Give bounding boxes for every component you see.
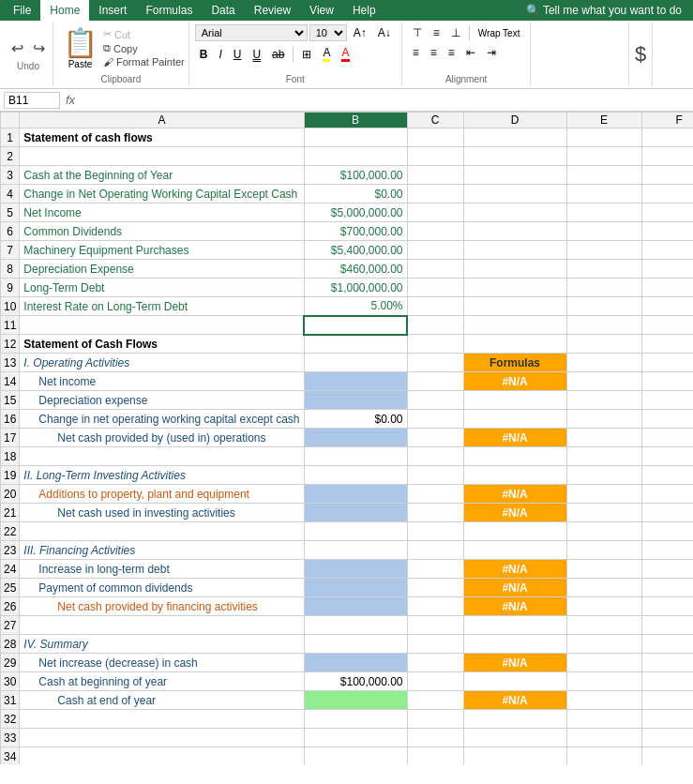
cell-e5[interactable] — [566, 204, 641, 222]
cell-b3[interactable]: $100,000.00 — [304, 166, 407, 185]
cell-e19[interactable] — [566, 466, 641, 485]
cell-d17[interactable]: #N/A — [463, 429, 566, 447]
cell-a34[interactable] — [20, 747, 304, 765]
cell-e15[interactable] — [566, 391, 641, 410]
cell-d21[interactable]: #N/A — [463, 504, 566, 522]
cell-d24[interactable]: #N/A — [463, 560, 566, 579]
cell-c9[interactable] — [407, 279, 463, 297]
cell-a27[interactable] — [20, 616, 304, 635]
cell-e8[interactable] — [566, 260, 641, 279]
bold-button[interactable]: B — [195, 46, 213, 63]
cell-b32[interactable] — [304, 710, 407, 729]
redo-button[interactable]: ↪ — [29, 38, 49, 59]
paste-button[interactable]: 📋 Paste — [57, 24, 103, 71]
cell-a22[interactable] — [20, 522, 304, 541]
cell-a5[interactable]: Net Income — [20, 204, 304, 222]
cell-d31[interactable]: #N/A — [463, 691, 566, 710]
cell-b16[interactable]: $0.00 — [304, 410, 407, 429]
cell-c5[interactable] — [407, 204, 463, 222]
cell-f7[interactable] — [641, 241, 693, 260]
cell-b17[interactable] — [304, 429, 407, 447]
cell-a25[interactable]: Payment of common dividends — [20, 579, 304, 597]
cell-c1[interactable] — [407, 128, 463, 147]
cell-a14[interactable]: Net income — [20, 372, 304, 391]
cell-c12[interactable] — [407, 335, 463, 354]
cell-e13[interactable] — [566, 354, 641, 372]
cell-e12[interactable] — [566, 335, 641, 354]
cell-f16[interactable] — [641, 410, 693, 429]
double-underline-button[interactable]: U — [248, 46, 265, 63]
cell-b11[interactable] — [304, 316, 407, 335]
cell-d9[interactable] — [463, 279, 566, 297]
increase-indent-button[interactable]: ⇥ — [482, 44, 501, 61]
cell-d27[interactable] — [463, 616, 566, 635]
cell-f20[interactable] — [641, 485, 693, 504]
col-header-e[interactable]: E — [566, 113, 641, 128]
cell-a17[interactable]: Net cash provided by (used in) operation… — [20, 429, 304, 447]
cell-b26[interactable] — [304, 597, 407, 616]
cell-e9[interactable] — [566, 279, 641, 297]
tab-insert[interactable]: Insert — [89, 0, 136, 21]
cell-d4[interactable] — [463, 185, 566, 204]
cell-a9[interactable]: Long-Term Debt — [20, 279, 304, 297]
copy-item[interactable]: ⧉ Copy — [103, 42, 185, 54]
cell-c4[interactable] — [407, 185, 463, 204]
cell-e1[interactable] — [566, 128, 641, 147]
font-color-button[interactable]: A — [337, 44, 354, 64]
cell-b27[interactable] — [304, 616, 407, 635]
cell-a12[interactable]: Statement of Cash Flows — [20, 335, 304, 354]
cell-f34[interactable] — [641, 747, 693, 765]
cell-e14[interactable] — [566, 372, 641, 391]
cell-c34[interactable] — [407, 747, 463, 765]
cell-e26[interactable] — [566, 597, 641, 616]
formula-input[interactable] — [81, 94, 689, 107]
cell-b2[interactable] — [304, 147, 407, 166]
cell-f14[interactable] — [641, 372, 693, 391]
tab-view[interactable]: View — [300, 0, 343, 21]
cell-e22[interactable] — [566, 522, 641, 541]
cell-b18[interactable] — [304, 447, 407, 466]
cell-e25[interactable] — [566, 579, 641, 597]
cell-a28[interactable]: IV. Summary — [20, 635, 304, 654]
cell-d1[interactable] — [463, 128, 566, 147]
italic-button[interactable]: I — [214, 46, 226, 63]
border-button[interactable]: ⊞ — [297, 46, 316, 63]
cell-f17[interactable] — [641, 429, 693, 447]
col-header-c[interactable]: C — [407, 113, 463, 128]
cell-b25[interactable] — [304, 579, 407, 597]
cell-d10[interactable] — [463, 297, 566, 316]
cell-c15[interactable] — [407, 391, 463, 410]
cell-d13[interactable]: Formulas — [463, 354, 566, 372]
cell-d2[interactable] — [463, 147, 566, 166]
cell-b4[interactable]: $0.00 — [304, 185, 407, 204]
cell-f18[interactable] — [641, 447, 693, 466]
undo-button[interactable]: ↩ — [8, 38, 27, 59]
cell-f19[interactable] — [641, 466, 693, 485]
align-right-button[interactable]: ≡ — [444, 44, 459, 61]
align-top-button[interactable]: ⊤ — [408, 24, 427, 41]
cell-a11[interactable] — [20, 316, 304, 335]
cell-d16[interactable] — [463, 410, 566, 429]
cell-e7[interactable] — [566, 241, 641, 260]
cell-b24[interactable] — [304, 560, 407, 579]
cell-f24[interactable] — [641, 560, 693, 579]
cell-b20[interactable] — [304, 485, 407, 504]
cell-a19[interactable]: II. Long-Term Investing Activities — [20, 466, 304, 485]
cell-a29[interactable]: Net increase (decrease) in cash — [20, 654, 304, 672]
cell-c32[interactable] — [407, 710, 463, 729]
cell-b1[interactable] — [304, 128, 407, 147]
cell-b8[interactable]: $460,000.00 — [304, 260, 407, 279]
strikethrough-button[interactable]: ab — [267, 46, 289, 63]
cell-c27[interactable] — [407, 616, 463, 635]
cell-f15[interactable] — [641, 391, 693, 410]
cell-a4[interactable]: Change in Net Operating Working Capital … — [20, 185, 304, 204]
increase-font-btn[interactable]: A↑ — [349, 24, 371, 41]
cell-f26[interactable] — [641, 597, 693, 616]
cell-c29[interactable] — [407, 654, 463, 672]
cell-f12[interactable] — [641, 335, 693, 354]
cell-d8[interactable] — [463, 260, 566, 279]
cell-a21[interactable]: Net cash used in investing activities — [20, 504, 304, 522]
cell-b15[interactable] — [304, 391, 407, 410]
cell-e16[interactable] — [566, 410, 641, 429]
cell-d25[interactable]: #N/A — [463, 579, 566, 597]
